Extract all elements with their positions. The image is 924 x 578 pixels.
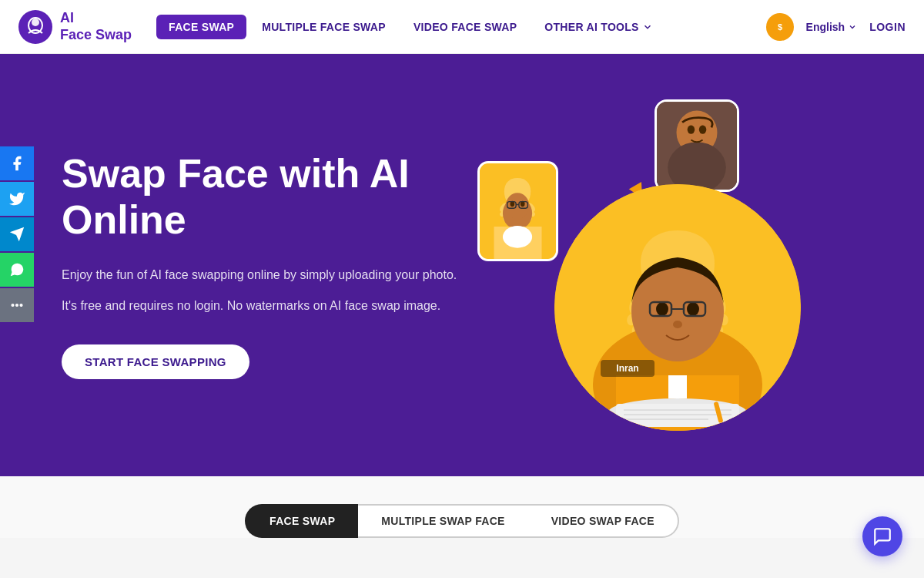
snap-card-illustration [477, 163, 558, 259]
svg-point-1 [12, 304, 14, 306]
nav-multiple-face-swap[interactable]: MULTIPLE FACE SWAP [249, 15, 398, 39]
svg-point-15 [506, 193, 530, 219]
start-face-swapping-button[interactable]: START FACE SWAPPING [62, 344, 249, 379]
svg-rect-33 [668, 375, 687, 398]
svg-point-5 [32, 18, 39, 26]
svg-point-31 [673, 321, 682, 328]
facebook-share-button[interactable] [0, 146, 34, 180]
login-button[interactable]: LOGIN [869, 21, 906, 33]
hero-section: Swap Face with AI Online Enjoy the fun o… [0, 54, 924, 476]
navbar: AI Face Swap FACE SWAP MULTIPLE FACE SWA… [0, 0, 924, 54]
nav-other-ai-tools[interactable]: OTHER AI TOOLS [532, 15, 665, 39]
svg-text:Inran: Inran [616, 363, 638, 374]
logo-icon [18, 10, 52, 44]
language-selector[interactable]: English [806, 21, 858, 33]
nav-links: FACE SWAP MULTIPLE FACE SWAP VIDEO FACE … [156, 15, 766, 39]
svg-point-26 [656, 302, 668, 316]
logo-text: AI Face Swap [60, 10, 132, 43]
svg-point-27 [687, 302, 699, 316]
svg-point-0 [16, 304, 18, 306]
hero-description-1: Enjoy the fun of AI face swapping online… [62, 265, 462, 285]
more-share-button[interactable] [0, 288, 34, 322]
hero-description-2: It's free and requires no login. No wate… [62, 296, 462, 316]
nav-video-face-swap[interactable]: VIDEO FACE SWAP [401, 15, 529, 39]
chat-support-button[interactable] [862, 516, 902, 556]
chevron-down-small-icon [848, 22, 857, 32]
portrait-top-image [654, 99, 739, 192]
tab-face-swap[interactable]: FACE SWAP [245, 504, 358, 538]
main-circle-image: Inran [554, 184, 801, 431]
chat-icon [872, 526, 892, 546]
hero-images: ▶ ▼ [462, 99, 801, 431]
svg-point-22 [503, 226, 532, 248]
svg-point-12 [699, 126, 706, 134]
svg-text:$: $ [778, 22, 782, 31]
svg-point-3 [18, 10, 52, 44]
twitter-share-button[interactable] [0, 182, 34, 216]
hero-title: Swap Face with AI Online [62, 151, 462, 244]
portrait-illustration [657, 99, 737, 192]
nav-face-swap[interactable]: FACE SWAP [156, 15, 246, 39]
tab-multiple-swap-face[interactable]: MULTIPLE SWAP FACE [358, 504, 527, 538]
svg-point-11 [688, 126, 695, 134]
bottom-section: FACE SWAP MULTIPLE SWAP FACE VIDEO SWAP … [0, 476, 924, 538]
bottom-tab-row: FACE SWAP MULTIPLE SWAP FACE VIDEO SWAP … [245, 504, 679, 538]
snap-card-image [477, 161, 558, 261]
hero-content: Swap Face with AI Online Enjoy the fun o… [62, 151, 462, 378]
social-sidebar [0, 146, 34, 322]
tab-video-swap-face[interactable]: VIDEO SWAP FACE [528, 504, 679, 538]
whatsapp-share-button[interactable] [0, 253, 34, 287]
logo[interactable]: AI Face Swap [18, 10, 132, 44]
telegram-share-button[interactable] [0, 217, 34, 251]
chevron-down-icon [642, 22, 653, 32]
svg-point-2 [21, 304, 22, 306]
nav-right: $ English LOGIN [766, 13, 906, 41]
coins-icon[interactable]: $ [766, 13, 794, 41]
